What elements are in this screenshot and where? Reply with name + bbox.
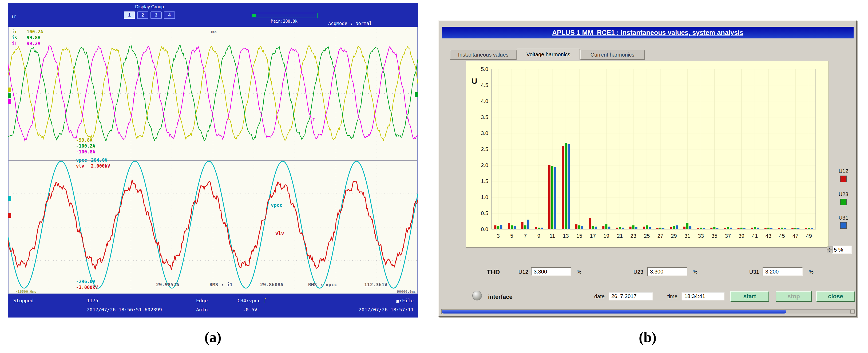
close-button[interactable]: close (816, 291, 855, 302)
acquisition-memory: Main:200.0k (251, 13, 317, 24)
bar-U31-h39 (743, 228, 746, 229)
bar-U31-h41 (757, 228, 759, 229)
svg-text:33: 33 (698, 233, 704, 239)
bar-U12-h11 (548, 165, 551, 229)
bar-U31-h25 (649, 227, 651, 229)
svg-text:43: 43 (766, 233, 771, 239)
threshold-spinner: ▲ ▼ 5 % (827, 246, 852, 254)
legend-swatch-u12 (840, 175, 847, 182)
time-field[interactable]: 18:34:41 (682, 292, 724, 300)
legend-swatch-u31 (840, 222, 847, 229)
svg-text:23: 23 (630, 233, 636, 239)
svg-text:19: 19 (603, 233, 609, 239)
readout-value: -100.2A (76, 143, 95, 149)
legend-entry-u23: U23 (834, 191, 853, 205)
svg-text:29: 29 (671, 233, 677, 239)
scrollbar-right-button[interactable] (850, 310, 855, 314)
legend-label: U31 (834, 215, 853, 221)
measurement-label: RMS : vpcc (308, 282, 337, 287)
svg-text:35: 35 (711, 233, 717, 239)
bar-U12-h39 (738, 228, 740, 229)
bar-U31-h17 (595, 227, 597, 229)
file-indicator: ▣:File (396, 298, 413, 303)
svg-text:41: 41 (752, 233, 758, 239)
bar-U23-h29 (673, 226, 675, 229)
stop-button[interactable]: stop (776, 291, 812, 302)
display-group-button-3[interactable]: 3 (151, 11, 162, 19)
display-group-button-1[interactable]: 1 (124, 11, 135, 19)
bar-U31-h35 (716, 228, 718, 229)
thd-u31-value[interactable]: 3.200 (763, 267, 803, 276)
channel-marker-is[interactable] (8, 93, 11, 98)
scope-header: ir CH1 : 20.0A/div Position : -0.01 div … (8, 3, 418, 27)
bar-U31-h15 (581, 226, 583, 229)
display-group-button-2[interactable]: 2 (137, 11, 148, 19)
bar-U31-h45 (784, 228, 786, 229)
svg-text:2.0: 2.0 (481, 162, 488, 168)
bar-U12-h47 (792, 228, 794, 229)
svg-text:1.0: 1.0 (481, 194, 488, 200)
trace-label-it: iT (310, 117, 315, 123)
time-marker: 1ms (195, 30, 232, 34)
bar-U12-h25 (643, 227, 645, 229)
horizontal-scrollbar[interactable] (441, 309, 855, 314)
tab-current-harmonics[interactable]: Current harmonics (580, 50, 645, 60)
interface-button[interactable] (472, 291, 482, 300)
window-title-bar[interactable]: APLUS 1 MM_RCE1 : Instantaneous values, … (442, 27, 854, 38)
svg-text:15: 15 (576, 233, 582, 239)
display-group: Display Group 1 2 3 4 (115, 4, 184, 19)
bar-U12-h43 (765, 228, 767, 229)
harmonics-chart: 0.00.51.01.52.02.53.03.54.04.55.03579111… (466, 61, 829, 247)
spinner-up-icon[interactable]: ▲ (827, 247, 832, 250)
harmonics-chart-panel: 0.00.51.01.52.02.53.03.54.04.55.03579111… (466, 61, 829, 248)
bar-U31-h37 (730, 228, 732, 229)
bar-U23-h49 (808, 228, 810, 229)
display-group-label: Display Group (115, 4, 184, 10)
tab-instantaneous-values[interactable]: Instantaneous values (450, 50, 517, 60)
tab-voltage-harmonics[interactable]: Voltage harmonics (517, 49, 580, 60)
bar-U12-h49 (805, 228, 807, 229)
svg-text:39: 39 (738, 233, 744, 239)
acq-mode: AcqMode : Normal (328, 20, 372, 27)
readout-label: ir (12, 29, 27, 35)
channel-tag: ir (11, 14, 63, 19)
trace-ir (8, 45, 418, 140)
bar-U12-h17 (589, 218, 591, 229)
bar-U23-h19 (605, 224, 607, 229)
svg-text:3.5: 3.5 (481, 114, 488, 120)
channel-marker-vlv[interactable] (8, 213, 11, 218)
channel-marker-it[interactable] (8, 99, 11, 104)
channel-marker-ir[interactable] (8, 88, 11, 92)
caption-b: (b) (621, 329, 674, 346)
readout-value: -3.000kV (76, 284, 98, 290)
svg-text:49: 49 (806, 233, 812, 239)
bar-U31-h27 (662, 228, 664, 229)
channel-marker-vpcc[interactable] (8, 196, 11, 201)
oscilloscope-panel: ir CH1 : 20.0A/div Position : -0.01 div … (8, 3, 418, 318)
svg-text:31: 31 (684, 233, 690, 239)
acquisition-state: Stopped (13, 298, 34, 303)
readout-value: -99.8A (76, 137, 95, 143)
spinner-down-icon[interactable]: ▼ (827, 250, 832, 253)
readout-value: 99.2A (27, 41, 40, 46)
bar-U23-h41 (754, 227, 756, 229)
thd-u23-value[interactable]: 3.300 (647, 267, 687, 276)
start-button[interactable]: start (730, 291, 769, 302)
bar-U31-h19 (608, 227, 610, 229)
readout-value: 2.000kV (91, 163, 110, 169)
bar-U12-h35 (710, 228, 712, 229)
bar-U23-h33 (700, 228, 702, 229)
date-field[interactable]: 26. 7.2017 (609, 292, 653, 300)
bar-U23-h27 (659, 228, 661, 229)
display-group-button-4[interactable]: 4 (164, 11, 175, 19)
bar-U31-h21 (622, 228, 624, 229)
svg-text:25: 25 (644, 233, 650, 239)
scrollbar-thumb[interactable] (442, 310, 786, 314)
thd-u12-value[interactable]: 3.300 (531, 267, 571, 276)
threshold-value[interactable]: 5 % (832, 246, 852, 254)
trigger-marker[interactable] (415, 92, 418, 97)
edge-trigger-icon: ∫ (264, 298, 267, 303)
bar-U12-h23 (629, 227, 631, 229)
legend-entry-u31: U31 (834, 215, 853, 229)
svg-text:0.5: 0.5 (481, 210, 488, 216)
